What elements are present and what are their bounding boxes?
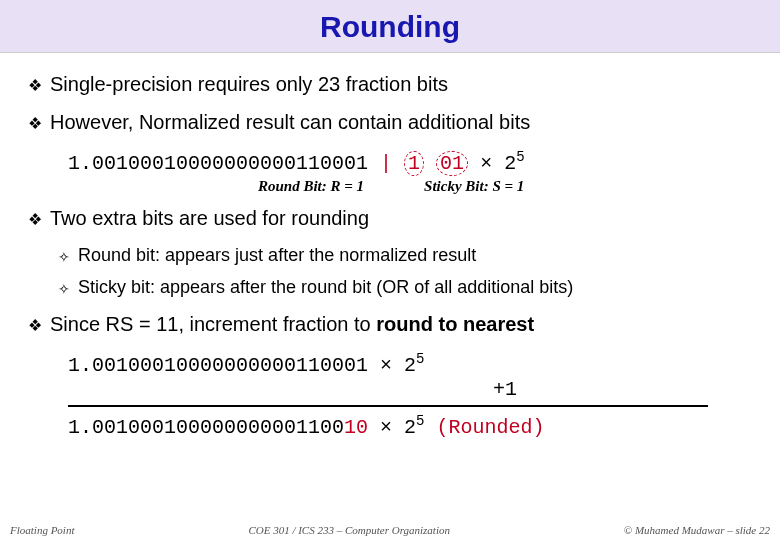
bullet-4: ❖ Since RS = 11, increment fraction to r…	[28, 313, 752, 339]
diamond-small-icon: ✧	[58, 277, 70, 301]
calc-result: 1.00100010000000000110010 × 25 (Rounded)	[68, 413, 752, 439]
diamond-icon: ❖	[28, 111, 42, 137]
sub-bullet-2: ✧ Sticky bit: appears after the round bi…	[58, 277, 752, 301]
example-bits: 1.00100010000000000110001 | 1 01 × 25	[68, 149, 752, 176]
calc1-mantissa: 1.00100010000000000110001	[68, 353, 368, 376]
sub2-text: Sticky bit: appears after the round bit …	[78, 277, 573, 298]
calc-divider	[68, 405, 708, 407]
diamond-icon: ❖	[28, 207, 42, 233]
footer-mid: COE 301 / ICS 233 – Computer Organizatio…	[248, 524, 450, 536]
bullet-4-text: Since RS = 11, increment fraction to rou…	[50, 313, 534, 336]
sub1-pre: Round bit:	[78, 245, 160, 265]
bit-annotations: Round Bit: R = 1 Sticky Bit: S = 1	[258, 178, 752, 195]
bullet-1: ❖ Single-precision requires only 23 frac…	[28, 73, 752, 99]
calc1-exp: 5	[416, 351, 424, 367]
sub2-rest: appears after the round bit (OR of all a…	[155, 277, 573, 297]
round-bit-label: Round Bit: R = 1	[258, 178, 364, 195]
calc-plus-one: +1	[258, 378, 752, 401]
calc1-mult: × 2	[368, 353, 416, 376]
footer-left: Floating Point	[10, 524, 74, 536]
sub1-text: Round bit: appears just after the normal…	[78, 245, 476, 266]
bullet-3: ❖ Two extra bits are used for rounding	[28, 207, 752, 233]
slide-content: ❖ Single-precision requires only 23 frac…	[0, 53, 780, 439]
sticky-bits-val: 01	[440, 152, 464, 175]
sticky-bits-box: 01	[436, 151, 468, 176]
sub1-rest: appears just after the normalized result	[160, 245, 476, 265]
footer-right: © Muhamed Mudawar – slide 22	[624, 524, 770, 536]
bullet-2: ❖ However, Normalized result can contain…	[28, 111, 752, 137]
example-sep: |	[368, 152, 404, 175]
b4-bold: round to nearest	[376, 313, 534, 335]
bullet-2-text: However, Normalized result can contain a…	[50, 111, 530, 134]
slide-title: Rounding	[0, 0, 780, 53]
mult-sym: × 2	[468, 152, 516, 175]
round-bit-val: 1	[408, 152, 420, 175]
bullet-3-text: Two extra bits are used for rounding	[50, 207, 369, 230]
slide-footer: Floating Point COE 301 / ICS 233 – Compu…	[0, 524, 780, 536]
bullet-1-text: Single-precision requires only 23 fracti…	[50, 73, 448, 96]
res-last: 10	[344, 416, 368, 439]
diamond-icon: ❖	[28, 313, 42, 339]
example-mantissa: 1.00100010000000000110001	[68, 152, 368, 175]
sp	[424, 152, 436, 175]
round-bit-box: 1	[404, 151, 424, 176]
diamond-small-icon: ✧	[58, 245, 70, 269]
res-mantissa: 1.001000100000000001100	[68, 416, 344, 439]
sub-bullet-1: ✧ Round bit: appears just after the norm…	[58, 245, 752, 269]
exp: 5	[516, 149, 524, 165]
calc-line-1: 1.00100010000000000110001 × 25	[68, 351, 752, 377]
sticky-bit-label: Sticky Bit: S = 1	[424, 178, 524, 195]
sub2-pre: Sticky bit:	[78, 277, 155, 297]
diamond-icon: ❖	[28, 73, 42, 99]
b4-pre: Since RS = 11, increment fraction to	[50, 313, 376, 335]
res-rounded: (Rounded)	[424, 416, 544, 439]
res-mult: × 2	[368, 416, 416, 439]
